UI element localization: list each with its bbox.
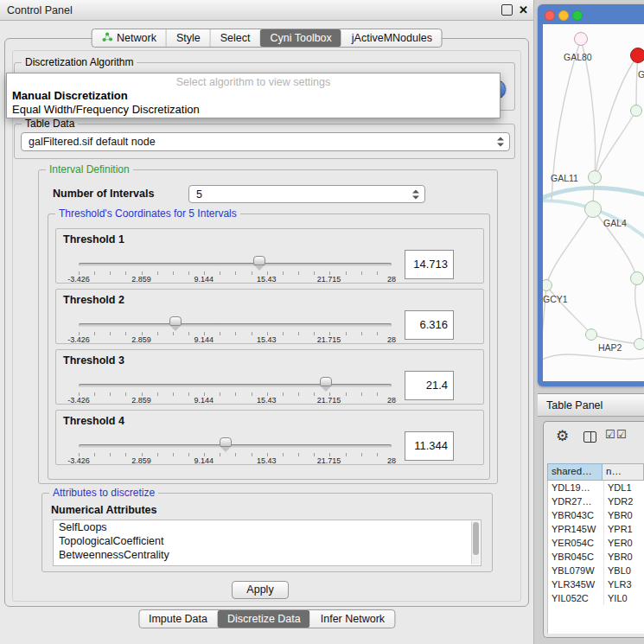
table-cell: YIL0 <box>603 591 644 605</box>
slider-scale-label: 9.144 <box>194 335 214 344</box>
network-canvas[interactable]: GAL80GAGAL11GAL4GCY1HAP2 <box>543 24 644 381</box>
columns-icon[interactable] <box>583 431 596 443</box>
screen: Control Panel ✕ Network Style <box>0 0 644 644</box>
tab-network[interactable]: Network <box>92 29 166 47</box>
tab-impute-data[interactable]: Impute Data <box>139 610 217 628</box>
slider-track[interactable] <box>79 263 392 266</box>
threshold-slider[interactable] <box>79 439 392 451</box>
table-row[interactable]: YBR043CYBR0 <box>548 508 644 522</box>
numerical-attributes-list[interactable]: SelfLoopsTopologicalCoefficientBetweenne… <box>53 520 481 566</box>
scrollbar-thumb[interactable] <box>473 522 479 555</box>
table-cell: YBR0 <box>603 550 644 564</box>
threshold-slider[interactable] <box>79 318 392 330</box>
slider-thumb[interactable] <box>169 316 182 326</box>
mac-zoom-icon[interactable] <box>572 10 583 21</box>
attribute-item[interactable]: TopologicalCoefficient <box>54 534 481 548</box>
network-node[interactable] <box>630 105 642 117</box>
table-row[interactable]: YDL19…YDL1 <box>548 481 644 494</box>
threshold-slider[interactable] <box>79 379 392 391</box>
number-of-intervals-label: Number of Intervals <box>53 188 154 200</box>
attribute-item[interactable]: SelfLoops <box>54 520 481 534</box>
slider-track[interactable] <box>79 384 392 387</box>
table-row[interactable]: YBR045CYBR0 <box>548 550 644 564</box>
tab-label: jActiveMNodules <box>352 32 432 44</box>
table-row[interactable]: YBL079WYBL0 <box>548 564 644 577</box>
network-node[interactable] <box>584 201 602 218</box>
threshold-value-field[interactable]: 14.713 <box>405 250 454 279</box>
table-data-select[interactable]: galFiltered.sif default node <box>21 132 510 151</box>
network-node[interactable] <box>588 170 602 184</box>
threshold-value-field[interactable]: 11.344 <box>405 431 454 461</box>
apply-button[interactable]: Apply <box>232 581 289 599</box>
slider-scale-label: 28 <box>387 275 396 284</box>
slider-scale-label: 21.715 <box>317 335 341 344</box>
threshold-slider[interactable] <box>79 258 392 270</box>
table-row[interactable]: YPR145WYPR1 <box>548 522 644 536</box>
tab-label: Network <box>117 32 156 44</box>
attribute-item[interactable]: BetweennessCentrality <box>54 548 481 562</box>
network-node-label: GAL11 <box>551 173 578 183</box>
numerical-attributes-label: Numerical Attributes <box>51 504 156 516</box>
slider-scale: -3.4262.8599.14415.4321.71528 <box>79 456 392 465</box>
slider-scale-label: 9.144 <box>194 456 214 465</box>
network-node[interactable] <box>634 338 644 350</box>
tab-label: Select <box>220 32 251 44</box>
group-title: Attributes to discretize <box>49 487 158 499</box>
slider-thumb[interactable] <box>220 437 232 447</box>
tab-label: Infer Network <box>321 613 385 625</box>
table-row[interactable]: YDR27…YDR2 <box>548 494 644 508</box>
dropdown-option-manual-discretization[interactable]: Manual Discretization <box>7 89 500 103</box>
list-scrollbar[interactable] <box>471 521 480 564</box>
network-node[interactable] <box>630 271 644 285</box>
table-cell: YPR145W <box>548 522 603 536</box>
slider-scale-label: 21.715 <box>317 396 341 405</box>
slider-scale-label: -3.426 <box>67 396 90 405</box>
control-panel-titlebar: Control Panel ✕ <box>0 0 533 21</box>
tab-jactivemnodules[interactable]: jActiveMNodules <box>341 29 442 47</box>
slider-scale-label: 2.859 <box>131 335 151 344</box>
updown-arrows-icon <box>497 137 504 147</box>
slider-thumb[interactable] <box>253 256 265 265</box>
dropdown-placeholder-option[interactable]: Select algorithm to view settings <box>7 75 500 89</box>
slider-track[interactable] <box>79 444 392 448</box>
network-node[interactable] <box>585 328 597 341</box>
table-row[interactable]: YLR345WYLR3 <box>548 577 644 591</box>
tab-infer-network[interactable]: Infer Network <box>310 610 394 628</box>
tab-cyni-toolbox[interactable]: Cyni Toolbox <box>259 29 341 47</box>
number-of-intervals-select[interactable]: 5 <box>188 185 425 203</box>
checkbox-icon[interactable]: ☑ <box>605 428 615 441</box>
slider-scale-label: 21.715 <box>317 456 341 465</box>
column-header-name[interactable]: n… <box>603 463 644 481</box>
table-row[interactable]: YIL052CYIL0 <box>548 591 644 605</box>
slider-track[interactable] <box>79 323 392 327</box>
close-icon[interactable]: ✕ <box>518 4 529 16</box>
table-panel-bar: Table Panel <box>538 393 644 417</box>
gear-icon[interactable]: ⚙ <box>556 427 569 445</box>
table-panel-window: ⚙ ☑ ☑ shared… n… YDL19…YDL1YDR27…YDR2YBR… <box>543 421 644 638</box>
tab-style[interactable]: Style <box>166 29 210 47</box>
slider-scale-label: 9.144 <box>194 396 214 405</box>
slider-thumb[interactable] <box>320 377 332 386</box>
mac-minimize-icon[interactable] <box>558 10 569 21</box>
network-node[interactable] <box>574 32 588 46</box>
slider-scale-label: 15.43 <box>257 275 277 284</box>
threshold-value-field[interactable]: 6.316 <box>405 310 454 340</box>
dropdown-option-equal-width[interactable]: Equal Width/Frequency Discretization <box>7 103 500 117</box>
mac-close-icon[interactable] <box>545 10 555 21</box>
tab-select[interactable]: Select <box>210 29 260 47</box>
threshold-value-field[interactable]: 21.4 <box>405 371 454 400</box>
tab-label: Style <box>176 32 201 44</box>
network-node-label: GA <box>638 69 644 80</box>
checkbox-icon[interactable]: ☑ <box>616 428 627 441</box>
network-node-label: HAP2 <box>598 342 622 353</box>
table-row[interactable]: YER054CYER0 <box>548 536 644 550</box>
window-title: Control Panel <box>7 0 73 21</box>
network-node[interactable] <box>630 48 644 63</box>
tab-discretize-data[interactable]: Discretize Data <box>217 610 310 628</box>
control-panel-tabs: Network Style Select Cyni Toolbox jActiv… <box>91 29 443 48</box>
threshold-panel: Threshold 2 6.316 -3.4262.8599.14415.432… <box>55 289 484 344</box>
column-header-shared[interactable]: shared… <box>547 463 603 481</box>
float-window-icon[interactable] <box>501 4 513 16</box>
threshold-panel: Threshold 4 11.344 -3.4262.8599.14415.43… <box>55 410 484 465</box>
table-cell: YPR1 <box>603 522 644 536</box>
